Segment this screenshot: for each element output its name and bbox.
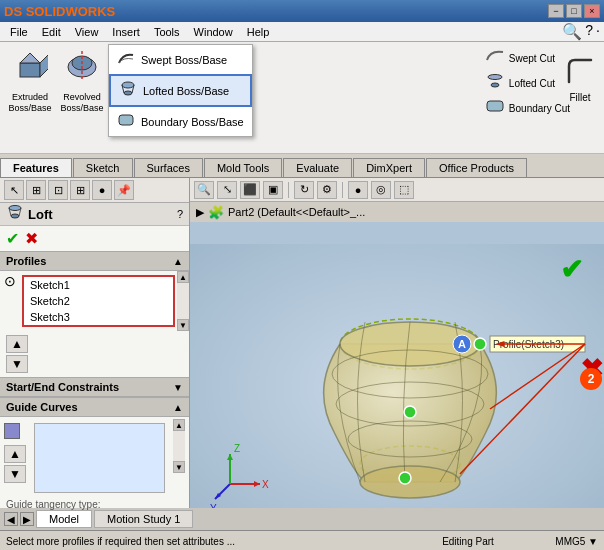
vt-display-btn[interactable]: ▣ xyxy=(263,181,283,199)
swept-boss-base-item[interactable]: Swept Boss/Base xyxy=(109,45,252,74)
guide-curve-controls: ▲ ▼ xyxy=(4,419,26,483)
svg-rect-0 xyxy=(20,63,40,77)
profiles-header[interactable]: Profiles ▲ xyxy=(0,251,189,271)
menu-bar: File Edit View Insert Tools Window Help … xyxy=(0,22,604,42)
bottom-tab-model[interactable]: Model xyxy=(36,510,92,528)
revolved-boss-base-btn[interactable]: Revolved Boss/Base xyxy=(56,44,108,117)
boundary-boss-label: Boundary Boss/Base xyxy=(141,116,244,128)
viewport-toolbar: 🔍 ⤡ ⬛ ▣ ↻ ⚙ ● ◎ ⬚ xyxy=(190,178,604,202)
vt-options-btn[interactable]: ⚙ xyxy=(317,181,337,199)
lpt-cursor-btn[interactable]: ↖ xyxy=(4,180,24,200)
title-bar: DS SOLIDWORKS − □ × xyxy=(0,0,604,22)
extruded-label: Extruded Boss/Base xyxy=(8,92,51,114)
status-middle-text: Editing Part xyxy=(418,536,518,547)
profiles-scroll-up[interactable]: ▲ xyxy=(177,271,189,283)
profile-up-btn[interactable]: ▲ xyxy=(6,335,28,353)
tab-surfaces[interactable]: Surfaces xyxy=(134,158,203,177)
minimize-btn[interactable]: − xyxy=(548,4,564,18)
profile-select-icon[interactable]: ⊙ xyxy=(4,273,16,289)
close-btn[interactable]: × xyxy=(584,4,600,18)
lpt-tree-btn[interactable]: ⊞ xyxy=(70,180,90,200)
loft-help-btn[interactable]: ? xyxy=(177,208,183,220)
tab-dimxpert[interactable]: DimXpert xyxy=(353,158,425,177)
profile-down-btn[interactable]: ▼ xyxy=(6,355,28,373)
tree-expand-icon[interactable]: ▶ xyxy=(196,206,204,219)
vt-fit-btn[interactable]: ⤡ xyxy=(217,181,237,199)
tab-mold-tools[interactable]: Mold Tools xyxy=(204,158,282,177)
boundary-boss-base-item[interactable]: Boundary Boss/Base xyxy=(109,107,252,136)
main-content: ↖ ⊞ ⊡ ⊞ ● 📌 Loft ? ✔ ✖ Profiles ▲ ⊙ xyxy=(0,178,604,508)
revolved-label: Revolved Boss/Base xyxy=(60,92,103,114)
svg-point-17 xyxy=(488,75,502,80)
status-right-text: MMG5 ▼ xyxy=(518,536,598,547)
vt-light-btn[interactable]: ● xyxy=(348,181,368,199)
lpt-select-btn[interactable]: ⊞ xyxy=(26,180,46,200)
menu-help[interactable]: Help xyxy=(241,24,276,40)
boundary-cut-icon xyxy=(485,98,505,118)
constraints-header[interactable]: Start/End Constraints ▼ xyxy=(0,377,189,397)
part-name: Part2 (Default<<Default>_... xyxy=(228,206,365,218)
menu-window[interactable]: Window xyxy=(188,24,239,40)
svg-point-7 xyxy=(124,91,132,95)
search-icon[interactable]: 🔍 xyxy=(562,22,582,41)
tab-features[interactable]: Features xyxy=(0,158,72,177)
help-icon[interactable]: ? xyxy=(585,22,593,41)
guide-scroll-up[interactable]: ▲ xyxy=(173,419,185,431)
right-nav-btn[interactable]: ▶ xyxy=(20,512,34,526)
profile-arrow-buttons: ▲ ▼ xyxy=(0,331,189,377)
profile-sketch3[interactable]: Sketch3 xyxy=(24,309,173,325)
guide-curves-section: ▲ ▼ ▲ ▼ xyxy=(0,417,189,497)
vt-view-btn[interactable]: ⬛ xyxy=(240,181,260,199)
constraints-chevron: ▼ xyxy=(173,382,183,393)
profile-sketch1[interactable]: Sketch1 xyxy=(24,277,173,293)
maximize-btn[interactable]: □ xyxy=(566,4,582,18)
boss-base-dropdown: Swept Boss/Base Lofted Boss/Base Boundar… xyxy=(108,44,253,137)
guide-down-btn[interactable]: ▼ xyxy=(4,465,26,483)
guide-up-btn[interactable]: ▲ xyxy=(4,445,26,463)
reject-btn[interactable]: ✖ xyxy=(25,229,38,248)
svg-point-6 xyxy=(122,82,134,88)
loft-title: Loft xyxy=(28,207,53,222)
lpt-pin-btn[interactable]: 📌 xyxy=(114,180,134,200)
menu-edit[interactable]: Edit xyxy=(36,24,67,40)
guide-scrollbar: ▲ ▼ xyxy=(173,419,185,473)
profile-sketch2[interactable]: Sketch2 xyxy=(24,293,173,309)
lpt-zoom-btn[interactable]: ⊡ xyxy=(48,180,68,200)
tab-evaluate[interactable]: Evaluate xyxy=(283,158,352,177)
menu-file[interactable]: File xyxy=(4,24,34,40)
vt-render-btn[interactable]: ◎ xyxy=(371,181,391,199)
guide-curves-header[interactable]: Guide Curves ▲ xyxy=(0,397,189,417)
guide-scroll-track xyxy=(173,431,185,461)
left-panel: ↖ ⊞ ⊡ ⊞ ● 📌 Loft ? ✔ ✖ Profiles ▲ ⊙ xyxy=(0,178,190,508)
vt-more-btn[interactable]: ⬚ xyxy=(394,181,414,199)
tab-office-products[interactable]: Office Products xyxy=(426,158,527,177)
svg-rect-10 xyxy=(119,115,133,125)
vt-zoom-btn[interactable]: 🔍 xyxy=(194,181,214,199)
extruded-boss-base-btn[interactable]: Extruded Boss/Base xyxy=(4,44,56,117)
lofted-cut-icon xyxy=(485,73,505,93)
left-nav-btn[interactable]: ◀ xyxy=(4,512,18,526)
profiles-scroll-down[interactable]: ▼ xyxy=(177,319,189,331)
accept-btn[interactable]: ✔ xyxy=(6,229,19,248)
fillet-btn[interactable]: Fillet xyxy=(560,52,600,107)
profiles-section: ⊙ Sketch1 Sketch2 Sketch3 ▲ ▼ xyxy=(0,271,189,331)
tab-sketch[interactable]: Sketch xyxy=(73,158,133,177)
menu-view[interactable]: View xyxy=(69,24,105,40)
menu-insert[interactable]: Insert xyxy=(106,24,146,40)
lpt-dot-btn[interactable]: ● xyxy=(92,180,112,200)
bottom-tabs: ◀ ▶ Model Motion Study 1 xyxy=(0,508,604,530)
guide-color-swatch xyxy=(4,423,20,439)
profile-controls: ⊙ xyxy=(0,271,20,331)
constraints-title: Start/End Constraints xyxy=(6,381,119,393)
loft-icon xyxy=(6,203,24,225)
status-bar: Select more profiles if required then se… xyxy=(0,530,604,550)
svg-rect-19 xyxy=(487,101,503,111)
lofted-boss-base-item[interactable]: Lofted Boss/Base xyxy=(109,74,252,107)
vt-rotate-btn[interactable]: ↻ xyxy=(294,181,314,199)
guide-scroll-down[interactable]: ▼ xyxy=(173,461,185,473)
svg-point-42 xyxy=(404,406,416,418)
bottom-tab-motion-study[interactable]: Motion Study 1 xyxy=(94,510,193,528)
close-icon[interactable]: · xyxy=(596,22,600,41)
lofted-cut-label: Lofted Cut xyxy=(509,78,555,89)
menu-tools[interactable]: Tools xyxy=(148,24,186,40)
